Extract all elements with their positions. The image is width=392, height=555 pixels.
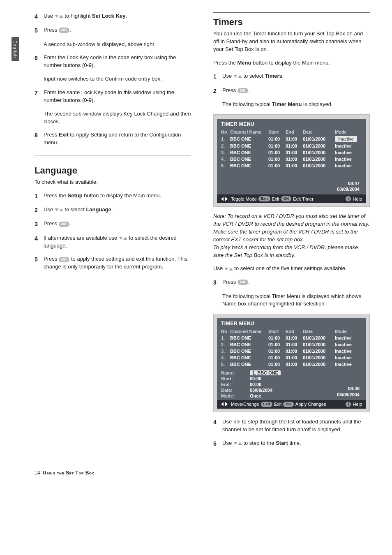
step-number: 4	[35, 234, 44, 250]
table-row: 5.BBC ONE01:0001:0001/01/2000Inactive	[217, 162, 366, 169]
right-arrow-icon	[225, 197, 228, 201]
edit-label: Start:	[221, 376, 250, 381]
text: Press the	[44, 192, 68, 199]
paragraph: Input now switches to the Confirm code e…	[44, 75, 191, 83]
step-number: 5	[35, 26, 44, 35]
foot-exit: Exit	[274, 402, 281, 407]
edit-panel: Name:1. BBC ONE Start:00:00 End:00:00 Da…	[217, 368, 333, 400]
step-body: Press OK.	[44, 26, 191, 35]
paragraph: Use to select one of the five timer sett…	[213, 265, 370, 273]
text-bold: Timer Menu	[272, 101, 302, 107]
text: Press	[44, 220, 59, 227]
text-bold: Setup	[68, 192, 83, 199]
step-number: 1	[213, 72, 222, 81]
table-header: No Channel Name Start End Date Mode	[217, 328, 366, 335]
step-body: Press the Setup button to display the Ma…	[44, 192, 191, 200]
down-up-arrow-icon	[233, 440, 242, 446]
col-end: End	[286, 130, 303, 134]
text: .	[248, 87, 250, 93]
ok-icon: OK	[59, 222, 70, 227]
text: time.	[288, 440, 301, 446]
step-number: 5	[35, 255, 44, 271]
text: to select	[243, 73, 265, 79]
paragraph: To check what is available:	[35, 178, 191, 186]
paragraph: A second sub-window is displayed, above …	[44, 41, 191, 49]
col-name: Channel Name	[230, 329, 268, 334]
ok-icon: OK	[59, 257, 70, 262]
text: .	[69, 27, 71, 33]
language-tab: English	[12, 37, 19, 61]
step-body: Use to highlight Set Lock Key.	[44, 12, 191, 21]
text: to select	[65, 206, 86, 213]
text-bold: Set Lock Key	[92, 13, 126, 19]
menu-footer: Move/Change Exit Exit OK Apply Changes i…	[217, 400, 366, 409]
table-row: 1.BBC ONE01:0001:0001/01/2000Inactive	[217, 335, 366, 341]
edit-value: Once	[250, 393, 329, 398]
text: Press the	[213, 60, 238, 66]
text: The following typical	[222, 101, 272, 107]
down-up-arrow-icon	[224, 265, 233, 271]
paragraph: The second sub-window displays Key Lock …	[44, 110, 191, 126]
col-date: Date	[303, 329, 335, 334]
col-name: Channel Name	[230, 130, 268, 134]
step-number: 1	[35, 192, 44, 200]
table-row: 2.BBC ONE01:0001:0001/01/2000Inactive	[217, 341, 366, 348]
down-up-arrow-icon	[233, 73, 242, 79]
timer-menu-screenshot-2: TIMER MENU No Channel Name Start End Dat…	[213, 314, 370, 412]
paragraph: You can use the Timer function to turn y…	[213, 30, 370, 53]
text: to highlight	[65, 13, 92, 19]
foot-exit: Exit	[272, 197, 279, 201]
table-row: 5.BBC ONE01:0001:0001/01/2000Inactive	[217, 361, 366, 368]
down-up-arrow-icon	[55, 13, 63, 19]
right-arrow-icon	[225, 402, 228, 406]
step-body: Use to select Language.	[44, 206, 191, 214]
step-number: 4	[35, 12, 44, 21]
timer-menu-screenshot-1: TIMER MENU No Channel Name Start End Dat…	[213, 114, 370, 207]
step-body: Press OK.	[44, 220, 191, 228]
text: Press	[222, 87, 238, 93]
step-number: 7	[35, 89, 44, 104]
edit-value: 03/08/2004	[250, 388, 329, 393]
text: If alternatives are available use	[44, 235, 119, 241]
step-number: 3	[35, 220, 44, 228]
clock-time: 08:48	[337, 386, 360, 391]
text: .	[111, 206, 113, 213]
text: Use	[222, 440, 233, 446]
foot-help: Help	[353, 402, 362, 407]
step-number: 8	[35, 131, 44, 147]
clock-date: 03/08/2004	[337, 392, 360, 398]
step-body: Press OK to apply these settings and exi…	[44, 255, 191, 271]
text: Use	[213, 265, 224, 271]
divider	[213, 12, 370, 13]
col-start: Start	[268, 130, 286, 134]
paragraph: The following typical Timer Menu is disp…	[222, 101, 370, 109]
edit-label: Date:	[221, 388, 250, 393]
text: button to display the Main menu.	[83, 192, 161, 199]
info-icon: i	[346, 402, 351, 407]
left-arrow-icon	[221, 402, 224, 406]
note-paragraph: Note: To record on a VCR / DVDR you must…	[213, 213, 370, 259]
text: Use	[44, 206, 55, 213]
down-up-arrow-icon	[55, 206, 63, 213]
foot-help: Help	[353, 197, 362, 201]
text-bold: Exit	[59, 132, 69, 138]
ok-icon: OK	[238, 88, 249, 93]
text: button to display the Main menu.	[251, 60, 330, 66]
divider	[35, 155, 191, 155]
text: Use	[222, 73, 233, 79]
text-bold: Start	[276, 440, 288, 446]
step-body: Use to step to the Start time.	[222, 439, 370, 448]
menu-title: TIMER MENU	[217, 318, 366, 328]
step-body: Press Exit to Apply Setting and return t…	[44, 131, 191, 147]
text-bold: Timers	[265, 73, 282, 79]
col-mode: Mode	[335, 329, 362, 334]
footer-title: Using the Set Top Box	[43, 470, 94, 476]
menu-footer: Toggle Mode Exit Exit OK Edit Timer i He…	[217, 194, 366, 203]
col-end: End	[286, 329, 303, 334]
edit-label: Name:	[221, 370, 250, 375]
down-up-arrow-icon	[119, 235, 127, 241]
edit-label: End:	[221, 382, 250, 387]
ok-icon: OK	[238, 280, 249, 285]
page-number: 14	[35, 470, 40, 476]
table-header: No Channel Name Start End Date Mode	[217, 129, 366, 135]
